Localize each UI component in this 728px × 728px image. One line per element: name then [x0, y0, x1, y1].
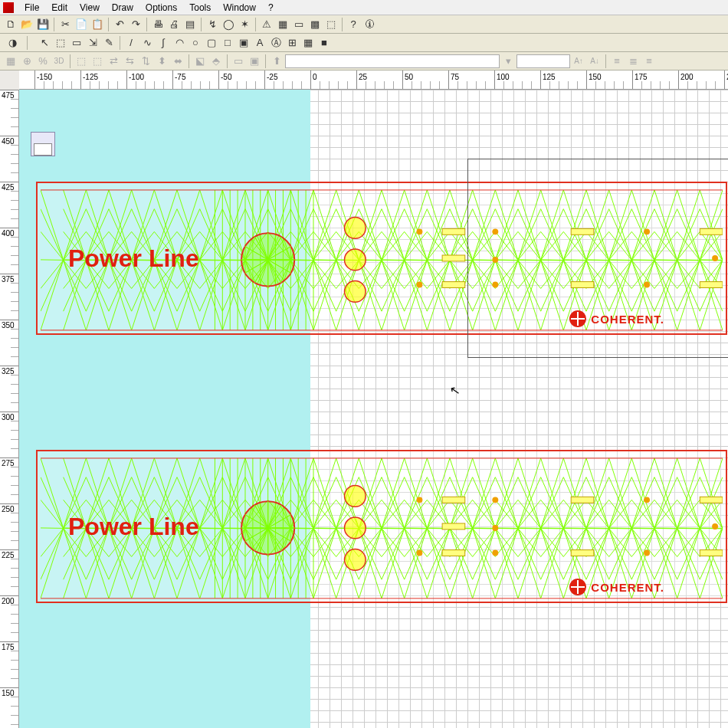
svg-point-251: [416, 228, 422, 234]
align-6[interactable]: ⬍: [154, 54, 169, 69]
warn-button[interactable]: ⚠: [259, 17, 274, 32]
coherent-logo-icon: [569, 579, 586, 595]
flip-h[interactable]: ⬕: [192, 54, 208, 69]
menu-window[interactable]: Window: [217, 1, 262, 15]
menu-bar: File Edit View Draw Options Tools Window…: [0, 0, 728, 15]
design-panel-2[interactable]: Power Line COHERENT.: [36, 450, 727, 603]
rect-button[interactable]: ▭: [291, 17, 307, 32]
svg-rect-508: [571, 497, 594, 503]
open-button[interactable]: 📂: [19, 17, 34, 32]
svg-rect-509: [571, 550, 594, 556]
align-7[interactable]: ⬌: [170, 54, 185, 69]
order-1[interactable]: ⬆: [269, 54, 284, 69]
redo-button[interactable]: ↷: [128, 17, 143, 32]
menu-options[interactable]: Options: [139, 1, 183, 15]
svg-point-253: [492, 228, 498, 234]
align-4[interactable]: ⇆: [122, 54, 137, 69]
layer-button[interactable]: ▦: [275, 17, 290, 32]
svg-rect-507: [442, 550, 465, 556]
crop-button[interactable]: ⬚: [53, 35, 68, 51]
new-button[interactable]: 🗋: [3, 17, 18, 32]
preview-button[interactable]: 🖨: [166, 17, 182, 32]
design-panel-1[interactable]: Power Line COHERENT.: [36, 182, 727, 335]
al-l[interactable]: ≡: [609, 54, 625, 69]
save-button[interactable]: 💾: [35, 17, 51, 32]
page-thumbnail[interactable]: [31, 132, 55, 156]
coherent-logo-text: COHERENT.: [591, 313, 664, 326]
svg-rect-511: [700, 550, 723, 556]
svg-rect-244: [442, 228, 465, 234]
toolbar-standard: 🗋📂💾✂📄📋↶↷🖶🖨▤↯◯✶⚠▦▭▩⬚?🛈: [0, 15, 728, 34]
svg-point-517: [644, 497, 650, 503]
svg-point-252: [416, 282, 422, 288]
line-button[interactable]: /: [123, 35, 139, 51]
grid2-button[interactable]: ⊞: [284, 35, 300, 51]
font-inc[interactable]: A↑: [571, 54, 586, 69]
info-button[interactable]: 🛈: [362, 17, 377, 32]
svg-point-514: [492, 497, 498, 503]
align-3[interactable]: ⇄: [106, 54, 121, 69]
rect2-button[interactable]: ▭: [69, 35, 84, 51]
arrow-button[interactable]: ↖: [37, 35, 52, 51]
rrect-button[interactable]: ▢: [204, 35, 219, 51]
flip-v[interactable]: ⬘: [208, 54, 224, 69]
font-dec[interactable]: A↓: [587, 54, 602, 69]
menu-view[interactable]: View: [74, 1, 106, 15]
square-button[interactable]: □: [220, 35, 235, 51]
dd-1[interactable]: ▾: [500, 54, 516, 69]
prop-btn-3d[interactable]: 3D: [51, 54, 67, 69]
star-button[interactable]: ✶: [237, 17, 252, 32]
al-r[interactable]: ≡: [641, 54, 657, 69]
size-button[interactable]: ⇲: [85, 35, 100, 51]
align-2[interactable]: ⬚: [90, 54, 105, 69]
menu-file[interactable]: File: [18, 1, 45, 15]
panel-2-logo: COHERENT.: [569, 579, 664, 595]
at-button[interactable]: Ⓐ: [268, 35, 284, 51]
copy-button[interactable]: 📄: [74, 17, 89, 32]
panel-1-logo: COHERENT.: [569, 310, 664, 327]
print-button[interactable]: 🖶: [150, 17, 166, 32]
svg-rect-248: [571, 282, 594, 288]
group-2[interactable]: ▣: [247, 54, 262, 69]
group-button[interactable]: ⬚: [323, 17, 339, 32]
align-5[interactable]: ⇅: [138, 54, 153, 69]
node-button[interactable]: ✎: [101, 35, 116, 51]
text-button[interactable]: A: [252, 35, 267, 51]
menu-draw[interactable]: Draw: [106, 1, 139, 15]
prop-btn-1[interactable]: ▦: [3, 54, 18, 69]
cut-button[interactable]: ✂: [57, 17, 73, 32]
svg-point-516: [492, 550, 498, 556]
paste-button[interactable]: 📋: [90, 17, 105, 32]
help-button[interactable]: ?: [346, 17, 361, 32]
tbl-button[interactable]: ▦: [300, 35, 316, 51]
grid-button[interactable]: ▩: [307, 17, 323, 32]
canvas[interactable]: Power Line COHERENT. Power Line COHERENT…: [19, 90, 728, 728]
prop-btn-2[interactable]: ⊕: [19, 54, 34, 69]
panel-1-label: Power Line: [68, 244, 199, 273]
menu-edit[interactable]: Edit: [45, 1, 74, 15]
wave-button[interactable]: ∿: [139, 35, 155, 51]
svg-rect-505: [442, 497, 465, 503]
object-name-input[interactable]: [285, 54, 500, 68]
color-button[interactable]: ◑: [5, 35, 20, 51]
svg-point-257: [644, 282, 650, 288]
menu-tools[interactable]: Tools: [183, 1, 217, 15]
circle-button[interactable]: ◯: [221, 17, 236, 32]
spline-button[interactable]: ∫: [156, 35, 171, 51]
svg-rect-506: [442, 523, 465, 530]
svg-point-254: [492, 257, 498, 263]
align-1[interactable]: ⬚: [74, 54, 89, 69]
curve-button[interactable]: ↯: [205, 17, 220, 32]
prop-btn-3[interactable]: %: [35, 54, 51, 69]
group-1[interactable]: ▭: [231, 54, 246, 69]
size-input-1[interactable]: [516, 54, 570, 68]
oval-button[interactable]: ○: [188, 35, 203, 51]
al-c[interactable]: ≣: [625, 54, 641, 69]
undo-button[interactable]: ↶: [112, 17, 127, 32]
svg-point-255: [492, 282, 498, 288]
menu-help[interactable]: ?: [262, 1, 280, 15]
sq-button[interactable]: ■: [316, 35, 332, 51]
page-button[interactable]: ▤: [182, 17, 198, 32]
arc-button[interactable]: ◠: [172, 35, 187, 51]
img-button[interactable]: ▣: [236, 35, 251, 51]
